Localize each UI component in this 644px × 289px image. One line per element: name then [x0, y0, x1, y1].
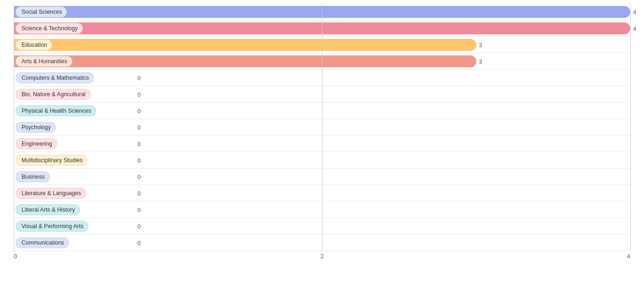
bar-label-tag: Bio, Nature & Agricultural: [16, 89, 91, 100]
bar-label-tag: Arts & Humanities: [16, 56, 72, 67]
bar-value-label: 0: [137, 239, 141, 246]
chart-row: Bio, Nature & Agricultural0: [14, 86, 630, 103]
bar-value-label: 0: [137, 107, 141, 114]
chart-row: Business0: [14, 169, 630, 185]
bar-label-tag: Multidisciplinary Studies: [16, 155, 87, 166]
bar-label-tag: Computers & Mathematics: [16, 72, 94, 83]
bar-value-label: 4: [633, 8, 636, 15]
bar-fill: [14, 22, 630, 34]
x-axis-label: 2: [320, 253, 323, 260]
chart-row: Computers & Mathematics0: [14, 70, 630, 86]
bar-label-tag: Education: [16, 39, 52, 50]
chart-container: Social Sciences4Science & Technology4Edu…: [14, 4, 630, 260]
bar-label-tag: Psychology: [16, 122, 56, 133]
bar-fill: [14, 6, 630, 18]
chart-row: Physical & Health Sciences0: [14, 103, 630, 119]
chart-row: Multidisciplinary Studies0: [14, 152, 630, 169]
bar-value-label: 3: [479, 41, 482, 48]
chart-row: Visual & Performing Arts0: [14, 218, 630, 234]
x-axis-label: 4: [627, 253, 630, 260]
x-axis: 024: [14, 253, 630, 260]
chart-row: Liberal Arts & History0: [14, 202, 630, 218]
bar-value-label: 0: [137, 91, 141, 98]
bar-label-tag: Science & Technology: [16, 23, 83, 34]
bar-label-tag: Visual & Performing Arts: [16, 221, 88, 232]
bar-label-tag: Communications: [16, 237, 69, 248]
bar-value-label: 0: [137, 157, 141, 164]
bar-fill: [14, 55, 476, 67]
chart-row: Education3: [14, 37, 630, 53]
x-axis-label: 0: [14, 253, 17, 260]
bar-value-label: 3: [479, 58, 482, 65]
chart-body: Social Sciences4Science & Technology4Edu…: [14, 4, 630, 260]
bar-label-tag: Engineering: [16, 138, 57, 149]
bar-label-tag: Social Sciences: [16, 6, 67, 17]
chart-row: Literature & Languages0: [14, 185, 630, 202]
bar-value-label: 0: [137, 74, 141, 81]
bar-value-label: 0: [137, 173, 141, 180]
bar-label-tag: Business: [16, 171, 50, 182]
chart-row: Social Sciences4: [14, 4, 630, 20]
bar-label-tag: Literature & Languages: [16, 188, 86, 199]
chart-row: Science & Technology4: [14, 20, 630, 37]
bar-label-tag: Physical & Health Sciences: [16, 105, 96, 116]
chart-row: Communications0: [14, 234, 630, 251]
bar-label-tag: Liberal Arts & History: [16, 204, 80, 215]
bar-value-label: 0: [137, 223, 141, 229]
bar-value-label: 0: [137, 206, 141, 213]
bar-value-label: 0: [137, 190, 141, 196]
bar-value-label: 0: [137, 124, 141, 131]
chart-row: Psychology0: [14, 119, 630, 136]
bar-value-label: 4: [633, 25, 636, 32]
chart-row: Engineering0: [14, 136, 630, 152]
bar-value-label: 0: [137, 140, 141, 147]
bar-fill: [14, 39, 476, 51]
chart-row: Arts & Humanities3: [14, 53, 630, 70]
bars-wrapper: Social Sciences4Science & Technology4Edu…: [14, 4, 630, 251]
